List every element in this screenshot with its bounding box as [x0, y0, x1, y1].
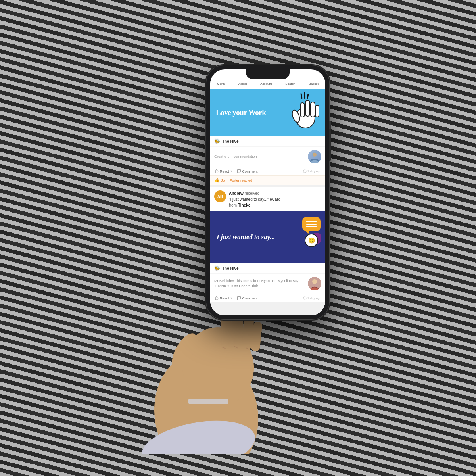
card-1-avatar: [308, 150, 321, 163]
nav-item-assist[interactable]: Assist: [238, 82, 247, 86]
nav-bar: Menu Assist Account Search Basket: [210, 79, 325, 89]
react-button-1[interactable]: React ▾: [214, 169, 232, 173]
nav-item-search[interactable]: Search: [285, 82, 295, 86]
avatar-ab: AB: [214, 190, 226, 202]
hand-illustration: [290, 93, 319, 130]
motion-lines: [301, 92, 309, 99]
card-1-actions: React ▾ Comment: [210, 167, 325, 175]
bee-icon-1: 🐝: [214, 138, 220, 144]
card-2-description: Mr Belaich!!! This one is from Ryan and …: [214, 278, 305, 288]
svg-rect-17: [315, 105, 319, 117]
svg-point-24: [312, 279, 317, 284]
phone-notch: [246, 69, 290, 79]
reaction-row-1: 👍 John Porter reacted: [210, 175, 325, 185]
i-just-wanted-text: I just wanted to say...: [217, 233, 275, 242]
card-2-avatar: [308, 277, 321, 290]
reaction-text-1: 👍 John Porter reacted: [214, 178, 321, 183]
time-badge-2: 1 day ago: [303, 296, 321, 300]
svg-rect-4: [220, 315, 233, 351]
card-2-header: AB Andrew received "I just wanted to say…: [210, 187, 325, 211]
svg-rect-11: [188, 399, 228, 404]
card-1: Love your Work: [210, 89, 325, 185]
love-your-work-text: Love your Work: [216, 108, 266, 117]
nav-item-menu[interactable]: Menu: [217, 82, 225, 86]
svg-rect-15: [305, 100, 310, 116]
scene: Menu Assist Account Search Basket: [0, 0, 476, 476]
card-1-banner: Love your Work: [210, 89, 325, 136]
speech-bubble-group: 🙂: [302, 217, 321, 247]
comment-button-1[interactable]: Comment: [237, 169, 258, 173]
svg-point-20: [313, 153, 317, 157]
bee-icon-2: 🐝: [214, 265, 220, 271]
card-1-body: Great client commendation: [210, 147, 325, 167]
card-1-description: Great client commendation: [214, 155, 257, 159]
card-2: AB Andrew received "I just wanted to say…: [210, 187, 325, 302]
time-badge-1: 1 day ago: [303, 169, 321, 173]
screen-content: Love your Work: [210, 89, 325, 315]
react-button-2[interactable]: React ▾: [214, 296, 232, 300]
card-2-banner: I just wanted to say...: [210, 211, 325, 263]
card-2-header-text: Andrew received "I just wanted to say...…: [229, 190, 280, 208]
comment-button-2[interactable]: Comment: [237, 296, 258, 300]
svg-rect-16: [311, 102, 315, 117]
card-2-hive-meta: 🐝 The Hive: [210, 263, 325, 274]
hive-name-2: The Hive: [222, 266, 239, 271]
speech-bubble: [302, 217, 321, 231]
character-figure: 🙂: [302, 234, 321, 247]
nav-item-account[interactable]: Account: [260, 82, 272, 86]
nav-item-basket[interactable]: Basket: [309, 82, 318, 86]
card-1-hive-meta: 🐝 The Hive: [210, 136, 325, 147]
card-2-body: Mr Belaich!!! This one is from Ryan and …: [210, 274, 325, 294]
hive-name-1: The Hive: [222, 139, 239, 144]
svg-rect-14: [300, 103, 305, 117]
card-2-actions: React ▾ Comment: [210, 294, 325, 302]
